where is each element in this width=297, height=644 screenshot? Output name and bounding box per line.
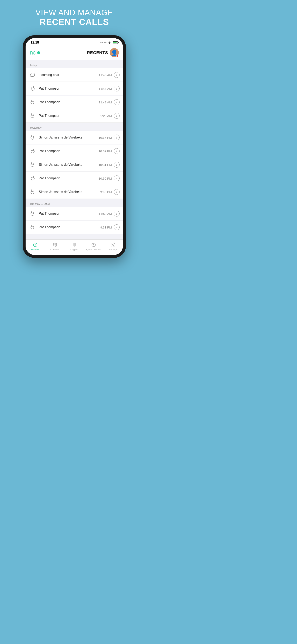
- list-item[interactable]: Pat Thompson 10:37 PM i: [25, 144, 123, 158]
- app-header: nc RECENTS: [25, 46, 123, 60]
- list-item[interactable]: Pat Thompson 10:30 PM i: [25, 172, 123, 185]
- list-item[interactable]: Pat Thompson 11:43 AM i: [25, 82, 123, 95]
- svg-point-14: [93, 244, 94, 246]
- item-name: Simon Janssens de Varebeke: [39, 163, 99, 166]
- quickconnect-tab-icon: [91, 242, 96, 248]
- svg-point-2: [55, 243, 57, 244]
- info-button[interactable]: i: [114, 148, 120, 154]
- recents-list: Today incoming chat 11:45 AM i: [25, 60, 123, 255]
- item-name: Pat Thompson: [39, 212, 99, 216]
- signal-dot-1: [100, 42, 101, 43]
- item-name: Pat Thompson: [39, 149, 99, 153]
- info-button[interactable]: i: [114, 99, 120, 105]
- svg-point-11: [75, 246, 76, 246]
- info-button[interactable]: i: [114, 113, 120, 119]
- outgoing-call-icon-wrap: [29, 134, 36, 141]
- info-button[interactable]: i: [114, 86, 120, 92]
- incoming-call-icon-wrap: [29, 148, 36, 155]
- item-time: 9:48 PM: [100, 190, 112, 194]
- svg-point-1: [53, 243, 55, 245]
- tab-keypad[interactable]: Keypad: [64, 242, 84, 251]
- outgoing-call-icon-wrap: [29, 224, 36, 231]
- info-button[interactable]: i: [114, 211, 120, 216]
- status-bar: 12:18: [25, 38, 123, 46]
- list-item[interactable]: Simon Janssens de Varebeke 10:37 PM i: [25, 131, 123, 144]
- recents-tab-icon: [32, 242, 38, 248]
- outgoing-call-icon: [30, 162, 35, 168]
- info-button[interactable]: i: [114, 134, 120, 140]
- outgoing-call-icon: [30, 113, 35, 119]
- svg-point-10: [74, 246, 75, 246]
- info-button[interactable]: i: [114, 162, 120, 168]
- item-name: incoming chat: [39, 73, 99, 77]
- info-button[interactable]: i: [114, 176, 120, 181]
- list-item[interactable]: Pat Thompson 9:29 AM i: [25, 109, 123, 122]
- tab-quickconnect[interactable]: Quick Connect: [84, 242, 103, 251]
- hero-line2: RECENT CALLS: [35, 17, 113, 27]
- item-time: 11:42 AM: [99, 100, 112, 104]
- item-name: Simon Janssens de Varebeke: [39, 190, 100, 194]
- section-header-tue-may: Tue May 2, 2023: [25, 199, 123, 207]
- avatar[interactable]: [110, 48, 119, 57]
- item-name: Simon Janssens de Varebeke: [39, 136, 99, 139]
- phone-shell: 12:18 nc: [23, 35, 126, 258]
- item-time: 10:30 PM: [99, 177, 112, 180]
- keypad-tab-icon: [72, 242, 77, 248]
- incoming-call-icon-wrap: [29, 174, 36, 182]
- item-time: 10:37 PM: [99, 150, 112, 153]
- app-logo: nc: [30, 49, 35, 56]
- outgoing-call-icon: [30, 211, 35, 216]
- signal-dot-4: [105, 42, 106, 43]
- tab-keypad-label: Keypad: [70, 248, 78, 251]
- list-item[interactable]: Pat Thompson 11:59 AM i: [25, 207, 123, 220]
- status-time: 12:18: [30, 41, 39, 44]
- tab-bar: Recents Contacts: [25, 240, 123, 255]
- tab-contacts[interactable]: Contacts: [45, 242, 64, 251]
- list-item[interactable]: Simon Janssens de Varebeke 10:31 PM i: [25, 158, 123, 172]
- item-name: Pat Thompson: [39, 87, 99, 90]
- info-button[interactable]: i: [114, 224, 120, 230]
- item-time: 11:45 AM: [99, 73, 112, 77]
- item-time: 10:37 PM: [99, 136, 112, 139]
- outgoing-call-icon: [30, 224, 35, 230]
- chat-icon-wrap: [29, 71, 36, 79]
- contacts-tab-icon: [52, 242, 57, 248]
- online-status-dot: [37, 51, 40, 54]
- svg-point-8: [75, 244, 76, 245]
- tab-settings[interactable]: Settings: [103, 242, 123, 251]
- item-time: 11:59 AM: [99, 212, 112, 216]
- info-button[interactable]: i: [114, 189, 120, 195]
- logo-area: nc: [30, 49, 40, 56]
- outgoing-call-icon-wrap: [29, 161, 36, 168]
- tab-contacts-label: Contacts: [50, 248, 59, 251]
- svg-point-12: [74, 246, 75, 247]
- status-icons: [100, 41, 118, 44]
- tab-settings-label: Settings: [109, 248, 117, 251]
- list-item[interactable]: Pat Thompson 11:42 AM i: [25, 96, 123, 109]
- phone-screen: 12:18 nc: [25, 38, 123, 255]
- outgoing-call-icon-wrap: [29, 188, 36, 196]
- svg-point-3: [73, 243, 74, 244]
- incoming-call-icon: [30, 86, 35, 92]
- info-button[interactable]: i: [114, 72, 120, 78]
- tab-recents[interactable]: Recents: [25, 242, 45, 251]
- settings-tab-icon: [111, 242, 116, 248]
- svg-point-9: [73, 246, 74, 246]
- outgoing-call-icon-wrap: [29, 98, 36, 106]
- signal-dot-3: [104, 42, 105, 43]
- outgoing-call-icon: [30, 99, 35, 105]
- list-item[interactable]: incoming chat 11:45 AM i: [25, 68, 123, 82]
- item-time: 9:31 PM: [100, 226, 112, 229]
- item-name: Pat Thompson: [39, 176, 99, 180]
- item-time: 9:29 AM: [100, 114, 112, 118]
- signal-dots: [100, 42, 106, 43]
- recents-label: RECENTS: [87, 50, 108, 55]
- chat-icon: [30, 72, 35, 78]
- item-time: 10:31 PM: [99, 163, 112, 166]
- list-item[interactable]: Simon Janssens de Varebeke 9:48 PM i: [25, 185, 123, 199]
- list-item[interactable]: Pat Thompson 9:31 PM i: [25, 221, 123, 234]
- hero-line1: VIEW AND MANAGE: [35, 8, 113, 17]
- wifi-icon: [108, 41, 111, 44]
- signal-dot-2: [102, 42, 103, 43]
- header-right: RECENTS: [87, 48, 119, 57]
